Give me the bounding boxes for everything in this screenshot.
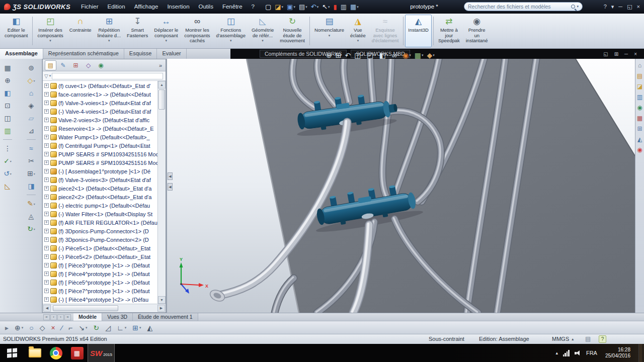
show-desktop-button[interactable] (638, 344, 642, 362)
panel-overflow-icon[interactable]: » (159, 62, 164, 68)
pattern-tool-icon[interactable]: ◈ (29, 102, 34, 110)
design-library-icon[interactable]: ▤ (637, 73, 642, 79)
tree-vertical-scrollbar[interactable]: ▲ ▼ (157, 81, 166, 304)
filter-input[interactable] (52, 73, 163, 79)
tree-item[interactable]: +piece2<1> (Défaut<<Défaut>_Etat d'a (43, 184, 157, 193)
menu-affichage[interactable]: Affichage (130, 0, 163, 14)
tree-item[interactable]: +PUMP SEARS # SPM10934251516 Mod (43, 158, 157, 167)
first-tab-button[interactable]: « (43, 314, 50, 320)
display-style-icon[interactable]: ◧▾ (379, 51, 388, 59)
trim-tool-icon[interactable]: ✂ (28, 157, 34, 165)
ellipse-tool-icon[interactable]: ◇ (40, 324, 45, 332)
menu-edition[interactable]: Edition (103, 0, 130, 14)
new-document-icon[interactable]: ▢ (264, 2, 272, 13)
linear-pattern-button[interactable]: ⊞Répétitionlinéaire d...▾ (95, 15, 124, 47)
menu-outils[interactable]: Outils (194, 0, 218, 14)
scroll-right-button[interactable]: ▶ (157, 305, 165, 312)
explode-line-sketch-button[interactable]: ≈Esquisseavec lignesd'éclatement (369, 15, 402, 47)
expand-icon[interactable]: + (44, 160, 49, 165)
zoom-area-icon[interactable]: ⊞ (336, 51, 342, 59)
scroll-left-button[interactable]: ◀ (43, 305, 51, 312)
plane-ref-icon[interactable]: ▱ (29, 114, 34, 122)
taskbar-chrome[interactable] (45, 344, 66, 362)
custom-properties-icon[interactable]: ⊞ (637, 126, 642, 132)
viewport-restore-icon[interactable]: ◱ (603, 51, 608, 57)
save-icon[interactable]: ▣▾ (286, 2, 296, 13)
move-component-button[interactable]: ↔Déplacer lecomposant▾ (151, 15, 181, 47)
select-icon[interactable]: ↖▾ (321, 2, 331, 13)
print-icon[interactable]: ▤▾ (298, 2, 308, 13)
featuremanager-tab-icon[interactable]: ▤ (45, 60, 56, 70)
tree-item[interactable]: +(-) electric pump<1> (Default<<Défau (43, 201, 157, 210)
mate-tool-icon[interactable]: ◇▾ (28, 76, 35, 84)
tree-item[interactable]: +(f) cuve<1> (Défaut<<Défaut>_Etat d' (43, 81, 157, 90)
language-indicator[interactable]: FRA (586, 350, 597, 356)
bill-of-materials-button[interactable]: ▤Nomenclature▾ (311, 15, 347, 47)
volume-icon[interactable] (575, 350, 581, 356)
grid-tool-icon[interactable]: ⊞▾ (27, 169, 35, 177)
circle-tool-icon[interactable]: ○ (29, 324, 33, 332)
tree-item[interactable]: +(f) [ Pièce3^prototype ]<1> -> (Défaut (43, 261, 157, 269)
spline-tool-icon[interactable]: ≈ (29, 144, 33, 152)
tree-item[interactable]: +face-carrosrie<1> -> (Défaut<<Défaut (43, 90, 157, 99)
help-button[interactable]: ? (604, 0, 607, 14)
filter-caret-icon[interactable]: ▾ (49, 74, 51, 78)
tree-item[interactable]: +(f) [ Pièce5^prototype ]<1> -> (Défaut (43, 278, 157, 287)
tab-assemblage[interactable]: Assemblage (0, 49, 43, 59)
taskbar-solidworks-launcher[interactable]: ▦ (66, 344, 88, 362)
appearances-scenes-icon[interactable]: ◉ (637, 105, 642, 111)
search-caret-icon[interactable]: ▾ (577, 5, 579, 9)
new-motion-study-button[interactable]: ↻Nouvelleétude demouvement (277, 15, 308, 47)
fillet-tool-icon[interactable]: ∟▾ (117, 324, 126, 332)
start-button[interactable] (0, 344, 24, 362)
quick-tips-help-button[interactable]: ? (599, 335, 606, 343)
apply-scene-icon[interactable]: ▦▾ (415, 51, 424, 59)
displaymanager-tab-icon[interactable]: ◉ (95, 60, 107, 70)
menu-aide[interactable]: ? (247, 0, 259, 14)
zoom-fit-icon[interactable]: ⊕ (326, 51, 332, 59)
expand-icon[interactable]: + (44, 203, 49, 208)
taskbar-clock[interactable]: 16:28 25/04/2016 (605, 347, 630, 359)
section-tool-icon[interactable]: ⊡ (5, 102, 11, 110)
tree-item[interactable]: +PUMP SEARS # SPM10934251516 Mod (43, 150, 157, 158)
expand-icon[interactable]: + (44, 126, 49, 131)
scroll-up-button[interactable]: ▲ (158, 81, 166, 88)
view-palette-icon[interactable]: ▥ (637, 94, 642, 101)
expand-icon[interactable]: + (44, 195, 49, 199)
tree-item[interactable]: +Water Pump<1> (Default<<Default>_ (43, 133, 157, 141)
display-settings-icon[interactable]: ▦▾ (349, 2, 360, 13)
zoom-tool-icon[interactable]: ⊕ (5, 76, 11, 84)
network-icon[interactable] (563, 350, 570, 356)
line-tool-icon[interactable]: ∕ (61, 324, 62, 332)
appearance-tool-icon[interactable]: ▥ (4, 127, 11, 135)
expand-icon[interactable]: + (44, 254, 49, 259)
polygon-tool-icon[interactable]: ◭ (147, 324, 153, 332)
tree-item[interactable]: +(-) Pièce5<2> (Défaut<<Défaut>_Etat (43, 252, 157, 261)
sketch-edit-icon[interactable]: ✎▾ (27, 200, 35, 208)
smart-fasteners-button[interactable]: ↧SmartFasteners (124, 15, 151, 47)
expand-icon[interactable]: + (44, 280, 49, 285)
horizontal-scroll-thumb[interactable] (53, 305, 118, 311)
convert-entities-icon[interactable]: ↘▾ (78, 324, 87, 332)
expand-icon[interactable]: + (44, 118, 49, 122)
triangle-tool-icon[interactable]: ⊿ (28, 127, 34, 135)
expand-icon[interactable]: + (44, 220, 49, 225)
tree-item[interactable]: +(-) Pièce5<1> (Défaut<<Défaut>_Etat (43, 244, 157, 252)
smart-dimension-icon[interactable]: ⊕▾ (15, 324, 23, 332)
panel-flyout-arrow-2[interactable]: ◀ (168, 183, 173, 191)
previous-view-icon[interactable]: ↶ (345, 51, 351, 59)
view-orientation-icon[interactable]: ◰▾ (367, 51, 376, 59)
mirror-entities-icon[interactable]: ◿ (105, 324, 111, 332)
edit-appearance-icon[interactable]: ◉▾ (403, 51, 411, 59)
rebuild-icon[interactable]: ▮ (333, 2, 338, 13)
tree-horizontal-scrollbar[interactable]: ◀ ▶ (43, 304, 166, 312)
expand-icon[interactable]: + (44, 143, 49, 148)
prev-tab-button[interactable]: ‹ (50, 314, 57, 320)
expand-icon[interactable]: + (44, 229, 49, 233)
mate-button[interactable]: ∩Contrainte (66, 15, 95, 47)
appearance-ball-icon[interactable]: ◉ (637, 147, 642, 153)
tree-item[interactable]: +(f) 3Dponics-Pump-Connector<2> (D (43, 235, 157, 244)
tree-item[interactable]: +Reservoire<1> -> (Défaut<<Défaut>_E (43, 124, 157, 133)
plane-tool-icon[interactable]: ◫ (4, 114, 11, 122)
propertymanager-tab-icon[interactable]: ✎ (57, 60, 69, 70)
